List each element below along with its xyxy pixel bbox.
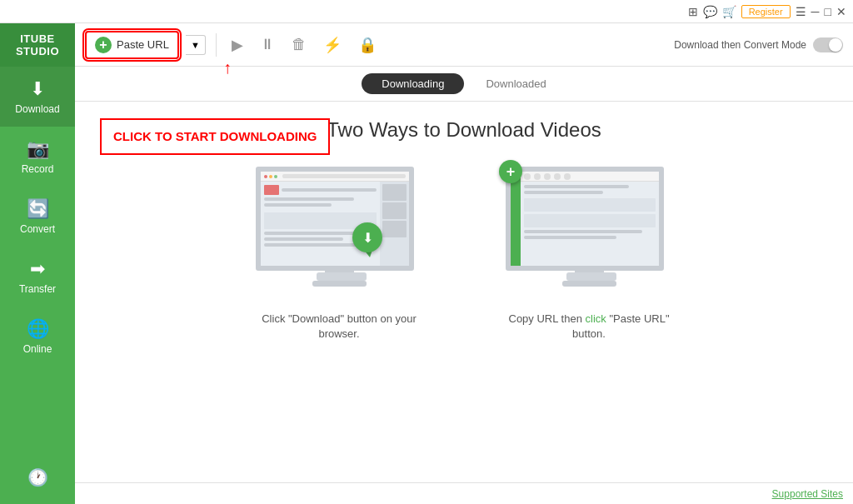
- grid-icon[interactable]: ⊞: [688, 5, 698, 18]
- toolbar: + Paste URL ▼ ▶ ⏸ 🗑 ⚡ 🔒 Download then Co…: [75, 23, 853, 67]
- way1-caption: Click "Download" button on your browser.: [247, 312, 431, 342]
- annotation-box: CLICK TO START DOWNLOADING: [100, 118, 330, 155]
- instructions-area: Two Ways to Download Videos: [75, 102, 853, 482]
- title-bar-icons: ⊞ 💬 🛒 Register ☰ ─ □ ✕: [688, 5, 846, 18]
- app-logo: ITUBE STUDIO: [0, 23, 75, 67]
- way2-monitor: +: [506, 167, 672, 300]
- way1-item: ⬇ Click "Download" button on your browse…: [247, 167, 431, 342]
- tab-bar: Downloading Downloaded: [75, 67, 853, 102]
- download-bubble-icon: ⬇: [352, 222, 382, 252]
- mode-label: Download then Convert Mode: [674, 39, 806, 51]
- settings-button[interactable]: 🔒: [353, 32, 382, 57]
- footer: Supported Sites: [75, 482, 853, 504]
- way2-caption-link: click: [586, 312, 606, 325]
- sidebar: ITUBE STUDIO ⬇ Download 📷 Record 🔄 Conve…: [0, 23, 75, 504]
- way2-caption-part1: Copy URL then: [509, 312, 586, 325]
- ways-container: ⬇ Click "Download" button on your browse…: [247, 167, 681, 342]
- way1-monitor: ⬇: [256, 167, 422, 300]
- toolbar-right: Download then Convert Mode: [674, 37, 843, 52]
- paste-url-button[interactable]: + Paste URL: [85, 31, 179, 59]
- title-bar: ⊞ 💬 🛒 Register ☰ ─ □ ✕: [0, 0, 853, 23]
- sidebar-label-transfer: Transfer: [19, 283, 56, 295]
- sidebar-item-download[interactable]: ⬇ Download: [0, 67, 75, 127]
- sidebar-item-transfer[interactable]: ➡ Transfer: [0, 247, 75, 307]
- toggle-knob: [829, 38, 842, 52]
- plus-icon: +: [95, 37, 112, 53]
- supported-sites-link[interactable]: Supported Sites: [772, 488, 843, 500]
- maximize-icon[interactable]: □: [825, 5, 831, 18]
- tab-downloaded[interactable]: Downloaded: [466, 73, 566, 94]
- sidebar-item-convert[interactable]: 🔄 Convert: [0, 187, 75, 247]
- main-area: + Paste URL ▼ ▶ ⏸ 🗑 ⚡ 🔒 Download then Co…: [75, 23, 853, 504]
- register-button[interactable]: Register: [741, 5, 791, 18]
- sidebar-item-online[interactable]: 🌐 Online: [0, 307, 75, 367]
- sidebar-item-record[interactable]: 📷 Record: [0, 127, 75, 187]
- play-button[interactable]: ▶: [227, 32, 248, 57]
- close-icon[interactable]: ✕: [836, 5, 846, 18]
- record-icon: 📷: [27, 138, 49, 160]
- sidebar-bottom: 🕐: [19, 459, 57, 504]
- app-body: ITUBE STUDIO ⬇ Download 📷 Record 🔄 Conve…: [0, 23, 853, 504]
- download-icon: ⬇: [30, 78, 45, 100]
- sidebar-label-download: Download: [15, 103, 59, 115]
- menu-icon[interactable]: ☰: [796, 5, 806, 18]
- main-title: Two Ways to Download Videos: [327, 118, 601, 142]
- cart-icon[interactable]: 🛒: [722, 5, 736, 18]
- chat-icon[interactable]: 💬: [703, 5, 717, 18]
- paste-url-dropdown[interactable]: ▼: [186, 35, 206, 55]
- sidebar-label-record: Record: [22, 163, 54, 175]
- content-area: CLICK TO START DOWNLOADING Two Ways to D…: [75, 102, 853, 482]
- toolbar-separator: [216, 33, 217, 57]
- online-icon: 🌐: [27, 318, 49, 340]
- way1-screen: ⬇: [256, 167, 414, 271]
- annotation-text: CLICK TO START DOWNLOADING: [113, 128, 317, 145]
- way2-item: +: [497, 167, 681, 342]
- convert-icon: 🔄: [27, 198, 49, 220]
- pause-button[interactable]: ⏸: [255, 32, 280, 57]
- way2-caption: Copy URL then click "Paste URL" button.: [497, 312, 681, 342]
- way2-screen: [506, 167, 664, 271]
- tab-downloading[interactable]: Downloading: [362, 73, 464, 94]
- clock-icon[interactable]: 🕐: [19, 459, 57, 496]
- sidebar-label-convert: Convert: [20, 223, 55, 235]
- paste-url-badge: +: [499, 160, 522, 183]
- transfer-icon: ➡: [30, 258, 45, 280]
- minimize-icon[interactable]: ─: [811, 5, 820, 18]
- flash-button[interactable]: ⚡: [318, 32, 347, 57]
- paste-url-label: Paste URL: [117, 38, 169, 51]
- sidebar-label-online: Online: [23, 343, 52, 355]
- delete-button[interactable]: 🗑: [287, 32, 312, 57]
- mode-toggle[interactable]: [813, 37, 843, 52]
